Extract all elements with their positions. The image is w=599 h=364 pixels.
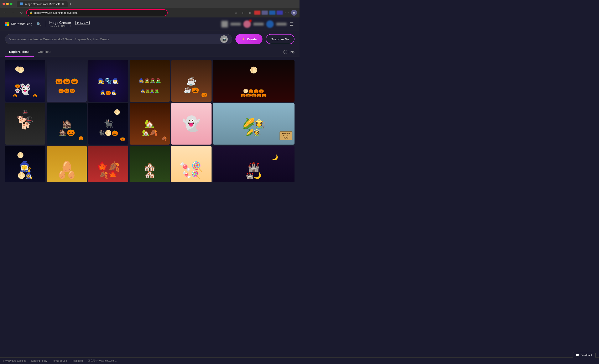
- header-divider: [45, 21, 45, 27]
- create-label: Create: [247, 37, 257, 41]
- image-item-5[interactable]: ☕ 🎃: [171, 60, 211, 102]
- image-item-13[interactable]: 🧙‍♀️ 🌕: [5, 146, 45, 182]
- app-container: Microsoft Bing 🔍 Image Creator PREVIEW p…: [0, 18, 300, 182]
- tab-bar: Image Creator from Microsoft ✕ +: [17, 1, 297, 7]
- image-item-4[interactable]: 🧙‍♀️🧟🧟‍♀️🧟‍♂️: [130, 60, 170, 102]
- profile-button[interactable]: B: [291, 10, 297, 16]
- app-title: Image Creator: [49, 21, 71, 25]
- tab-title: Image Creator from Microsoft: [25, 2, 60, 6]
- address-bar[interactable]: 🔒 https://www.bing.com/images/create/: [26, 9, 168, 16]
- app-title-section: Image Creator PREVIEW powered by DALL·E …: [49, 21, 89, 27]
- tab-explore[interactable]: Explore ideas: [5, 47, 34, 57]
- bookmark-icon[interactable]: ☆: [233, 10, 239, 16]
- close-btn[interactable]: [2, 3, 5, 5]
- image-item-2[interactable]: 🎃🎃🎃: [47, 60, 87, 102]
- create-icon: ✨: [241, 37, 245, 41]
- app-header: Microsoft Bing 🔍 Image Creator PREVIEW p…: [0, 18, 300, 31]
- image-item-12[interactable]: 🌽 🧑‍🌾 WELCOMETO THEFARM: [213, 103, 294, 145]
- tabs-left: Explore ideas Creations: [5, 47, 55, 57]
- create-button[interactable]: ✨ Create: [235, 34, 263, 44]
- nav-actions: ☆ ⇧ ▯ ●●● B: [233, 10, 297, 16]
- tab-creations[interactable]: Creations: [34, 47, 55, 57]
- header-right: ☰: [221, 20, 294, 28]
- image-grid: 👻 🌕 🎃 🎃 🎃🎃🎃 🧙‍♀️🫧🧙‍♂️ 🧙‍♀️🧟🧟‍♀️🧟‍♂️ ☕ 🎃 …: [0, 57, 300, 182]
- title-bar: Image Creator from Microsoft ✕ +: [0, 0, 300, 8]
- back-button[interactable]: ←: [2, 10, 8, 16]
- tab-close-button[interactable]: ✕: [61, 2, 64, 5]
- header-label-2: [253, 23, 264, 26]
- prompt-icon: 📷: [220, 35, 228, 43]
- ms-grid-icon: [5, 22, 9, 26]
- reload-button[interactable]: ↻: [18, 10, 24, 16]
- nav-color-block-3: [269, 11, 275, 15]
- image-item-11[interactable]: 👻: [171, 103, 211, 145]
- minimize-btn[interactable]: [6, 3, 9, 5]
- menu-button[interactable]: ☰: [289, 21, 294, 27]
- image-item-8[interactable]: 🏚️ 🎃: [47, 103, 87, 145]
- forward-button[interactable]: →: [10, 10, 16, 16]
- nav-bar: ← → ↻ 🔒 https://www.bing.com/images/crea…: [0, 8, 300, 18]
- share-icon[interactable]: ⇧: [240, 10, 246, 16]
- ms-cell-blue: [5, 24, 7, 26]
- lock-icon: 🔒: [29, 11, 33, 14]
- maximize-btn[interactable]: [10, 3, 12, 5]
- ms-cell-red: [5, 22, 7, 24]
- nav-color-block-2: [262, 11, 268, 15]
- image-item-7[interactable]: 🐕 🎩: [5, 103, 45, 145]
- split-view-icon[interactable]: ▯: [247, 10, 253, 16]
- image-item-15[interactable]: 🍁🍂: [88, 146, 128, 182]
- image-item-16[interactable]: 🏘️: [130, 146, 170, 182]
- preview-badge: PREVIEW: [75, 21, 90, 25]
- search-button[interactable]: 🔍: [35, 21, 42, 27]
- welcome-sign-text: WELCOMETO THEFARM: [280, 132, 292, 140]
- url-text: https://www.bing.com/images/create/: [34, 11, 164, 14]
- image-item-14[interactable]: 🥚: [47, 146, 87, 182]
- traffic-lights: [2, 3, 12, 5]
- header-avatar-1: [221, 21, 228, 27]
- image-item-17[interactable]: 🍬🍭: [171, 146, 211, 182]
- brand-name: Microsoft Bing: [11, 22, 32, 26]
- help-circle-icon: ?: [283, 50, 287, 54]
- ms-cell-green: [7, 22, 9, 24]
- image-item-18[interactable]: 🏰 🌙: [213, 146, 294, 182]
- help-button[interactable]: ? Help: [283, 50, 294, 54]
- header-avatar-3: [266, 20, 274, 28]
- image-item-1[interactable]: 👻 🌕 🎃 🎃: [5, 60, 45, 102]
- header-label-3: [276, 23, 287, 26]
- nav-color-block-4: [277, 11, 283, 15]
- image-item-9[interactable]: 🐈‍⬛ 🌕 🎃: [88, 103, 128, 145]
- prompt-placeholder: Want to see how Image Creator works? Sel…: [9, 37, 218, 41]
- new-tab-button[interactable]: +: [68, 1, 73, 7]
- browser-window: Image Creator from Microsoft ✕ + ← → ↻ 🔒…: [0, 0, 300, 18]
- microsoft-logo[interactable]: Microsoft Bing: [5, 22, 32, 26]
- prompt-input-bar[interactable]: Want to see how Image Creator works? Sel…: [5, 34, 232, 44]
- powered-by-label: powered by DALL·E 3: [49, 25, 89, 27]
- surprise-button[interactable]: Surprise Me: [266, 34, 294, 44]
- active-tab[interactable]: Image Creator from Microsoft ✕: [17, 1, 68, 7]
- ms-cell-yellow: [7, 24, 9, 26]
- prompt-section: Want to see how Image Creator works? Sel…: [0, 31, 300, 47]
- tabs-section: Explore ideas Creations ? Help: [0, 47, 300, 57]
- extensions-icon[interactable]: ●●●: [284, 10, 290, 16]
- image-item-3[interactable]: 🧙‍♀️🫧🧙‍♂️: [88, 60, 128, 102]
- image-item-6[interactable]: 🌕 🎃🎃🎃🎃🎃: [213, 60, 294, 102]
- header-label-1: [230, 23, 241, 26]
- tab-favicon: [20, 2, 23, 5]
- nav-color-block-1: [254, 11, 260, 15]
- help-label: Help: [289, 50, 294, 54]
- image-item-10[interactable]: 🏡 🍂: [130, 103, 170, 145]
